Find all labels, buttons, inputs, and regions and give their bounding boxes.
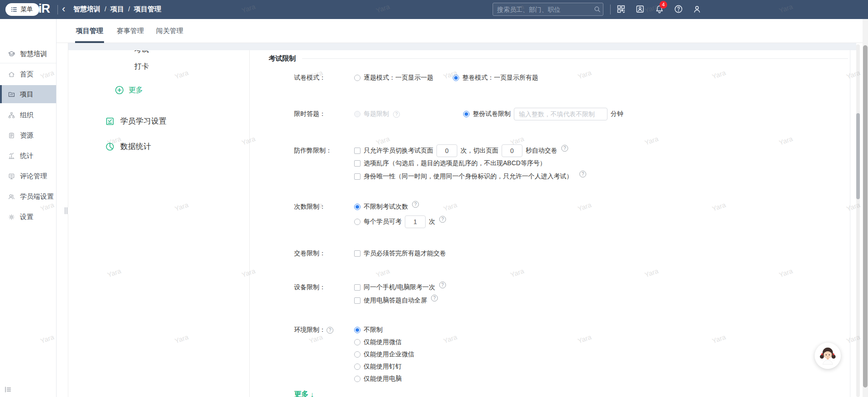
arrow-down-icon: ↓ <box>310 391 314 397</box>
sidebar-item-6[interactable]: 统计 <box>0 147 56 165</box>
tab-1[interactable]: 项目管理 <box>76 19 103 43</box>
subpanel-item-checkin[interactable]: 打卡 <box>134 62 149 72</box>
radio-checked-icon[interactable] <box>354 327 360 333</box>
section-title: 考试限制 <box>269 54 296 63</box>
time-limit-per-question-option[interactable]: 每题限制 ? <box>354 110 400 118</box>
tab-2[interactable]: 赛事管理 <box>117 19 144 43</box>
radio-icon[interactable] <box>354 219 360 225</box>
notification-badge: 4 <box>659 1 667 9</box>
checkbox-icon[interactable] <box>354 160 360 167</box>
sidebar-item-8[interactable]: 学员端设置 <box>0 187 56 206</box>
breadcrumb-item[interactable]: 项目 <box>110 5 124 14</box>
user-icon[interactable] <box>692 4 703 15</box>
radio-icon[interactable] <box>354 376 360 382</box>
assistant-girl-illustration <box>817 345 838 366</box>
anti-cheat-shuffle-option[interactable]: 选项乱序（勾选后，题目的选项是乱序的，不出现ABCD等序号） <box>354 159 546 167</box>
radio-checked-icon[interactable] <box>463 111 470 117</box>
back-button[interactable]: ‹ <box>62 2 65 16</box>
env-option-5[interactable]: 仅能使用电脑 <box>354 375 402 383</box>
help-circle-icon[interactable]: ? <box>393 111 400 118</box>
help-circle-icon[interactable]: ? <box>431 295 438 301</box>
help-circle-icon[interactable]: ? <box>327 327 333 334</box>
breadcrumb-separator: / <box>104 5 106 14</box>
sidebar-item-3[interactable]: 项目 <box>0 85 56 103</box>
env-option-4[interactable]: 仅能使用钉钉 <box>354 363 402 371</box>
qr-code-icon[interactable] <box>616 4 627 15</box>
paper-mode-whole-option[interactable]: 整卷模式：一页显示所有题 <box>453 74 538 82</box>
sidebar-item-5[interactable]: 资源 <box>0 126 56 144</box>
env-option-3[interactable]: 仅能使用企业微信 <box>354 350 414 359</box>
outer-scrollbar-thumb[interactable] <box>863 45 868 387</box>
row-submit-limit: 交卷限制： 学员必须答完所有题才能交卷 <box>294 249 446 258</box>
checkbox-icon[interactable] <box>354 297 360 304</box>
radio-icon[interactable] <box>354 364 360 370</box>
radio-icon[interactable] <box>354 75 360 81</box>
attempts-count-input[interactable] <box>405 215 426 228</box>
plus-circle-icon <box>114 85 124 95</box>
menu-label: 菜单 <box>20 5 33 14</box>
settings-card: 考试 打卡 更多 学员学习设置 数据统计 考试限制 试卷模式： 逐题模式：一页 <box>68 50 850 397</box>
topbar: 菜单 iR ‹ 智慧培训/项目/项目管理 4 <box>0 0 868 19</box>
org-chart-icon <box>8 111 15 119</box>
sidebar-item-2[interactable]: 首页 <box>0 65 56 83</box>
tab-3[interactable]: 闯关管理 <box>156 19 183 43</box>
collapse-sidebar-icon[interactable] <box>4 385 14 394</box>
switch-seconds-input[interactable] <box>502 144 522 157</box>
help-icon[interactable] <box>674 4 684 15</box>
subpanel-item-partial[interactable]: 考试 <box>134 50 149 53</box>
submit-all-answered-option[interactable]: 学员必须答完所有题才能交卷 <box>354 249 446 258</box>
checkbox-icon[interactable] <box>354 148 360 154</box>
anti-cheat-switch-option[interactable]: 只允许学员切换考试页面 次，切出页面 秒自动交卷 ? <box>354 144 568 157</box>
panel-resize-grip[interactable] <box>65 207 68 214</box>
help-circle-icon[interactable]: ? <box>412 201 419 208</box>
sidebar-item-1[interactable]: 智慧培训 <box>0 45 56 63</box>
checkbox-icon[interactable] <box>354 250 360 257</box>
subpanel-item-data-stats[interactable]: 数据统计 <box>105 141 151 152</box>
radio-checked-icon[interactable] <box>354 204 360 210</box>
attempts-per-student-option[interactable]: 每个学员可考 次 ? <box>354 215 446 229</box>
inner-scrollbar-thumb[interactable] <box>856 113 860 199</box>
sidebar-item-4[interactable]: 组织 <box>0 106 56 124</box>
sidebar-item-label: 评论管理 <box>20 172 47 181</box>
device-fullscreen-option[interactable]: 使用电脑答题自动全屏 ? <box>354 297 438 305</box>
sidebar-item-label: 学员端设置 <box>20 192 54 201</box>
radio-checked-icon[interactable] <box>453 75 459 81</box>
checkbox-icon[interactable] <box>354 173 360 180</box>
field-label: 次数限制： <box>294 203 354 211</box>
inner-scrollbar-track <box>856 44 860 397</box>
search-icon[interactable] <box>591 4 603 15</box>
checkbox-icon[interactable] <box>354 284 360 291</box>
field-label: 防作弊限制： <box>294 147 354 155</box>
minutes-input[interactable] <box>514 108 607 120</box>
search-input[interactable] <box>493 6 591 13</box>
switch-count-input[interactable] <box>436 144 457 157</box>
contacts-icon[interactable] <box>635 4 646 15</box>
env-option-2[interactable]: 仅能使用微信 <box>354 338 402 346</box>
radio-icon[interactable] <box>354 339 360 345</box>
gear-icon <box>8 213 15 221</box>
breadcrumb-item[interactable]: 智慧培训 <box>73 5 100 14</box>
row-device-limit: 设备限制： 同一个手机/电脑限考一次 ? <box>294 283 446 292</box>
radio-icon[interactable] <box>354 351 360 358</box>
help-circle-icon[interactable]: ? <box>439 216 446 223</box>
bar-chart-icon <box>8 152 15 160</box>
help-circle-icon[interactable]: ? <box>439 282 446 288</box>
subpanel-item-study-settings[interactable]: 学员学习设置 <box>105 116 166 126</box>
app-logo[interactable]: iR <box>38 2 50 16</box>
anti-cheat-identity-option[interactable]: 身份唯一性（同一时间，使用同一个身份标识的，只允许一个人进入考试） ? <box>354 172 586 181</box>
help-circle-icon[interactable]: ? <box>561 145 568 152</box>
menu-button[interactable]: 菜单 <box>5 3 39 16</box>
breadcrumb-item[interactable]: 项目管理 <box>134 5 161 14</box>
help-circle-icon[interactable]: ? <box>579 171 586 177</box>
time-limit-whole-option[interactable]: 整份试卷限制 分钟 <box>463 108 623 120</box>
more-settings-link[interactable]: 更多 ↓ <box>294 390 314 397</box>
sidebar-item-label: 设置 <box>20 213 33 221</box>
device-once-option[interactable]: 同一个手机/电脑限考一次 ? <box>354 283 446 292</box>
attempts-unlimited-option[interactable]: 不限制考试次数 ? <box>354 203 419 211</box>
env-option-1[interactable]: 不限制 <box>354 326 383 334</box>
paper-mode-single-option[interactable]: 逐题模式：一页显示一题 <box>354 74 433 82</box>
subpanel-more-button[interactable]: 更多 <box>114 85 143 95</box>
assistant-avatar[interactable] <box>815 343 841 369</box>
sidebar-item-7[interactable]: 评论管理 <box>0 167 56 185</box>
sidebar-item-9[interactable]: 设置 <box>0 208 56 226</box>
